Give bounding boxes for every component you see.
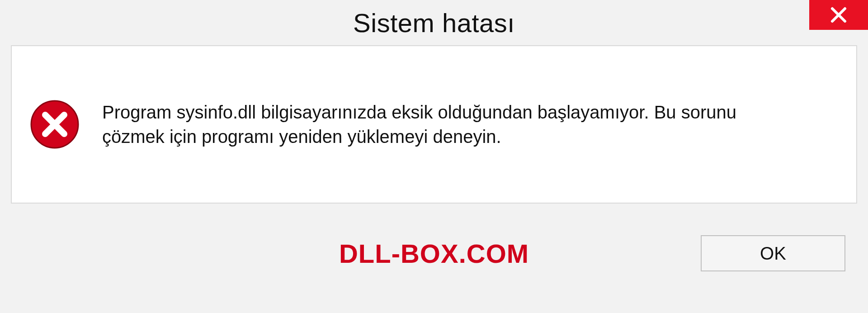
dialog-title: Sistem hatası: [353, 8, 515, 38]
close-button[interactable]: [809, 0, 868, 30]
error-dialog: Sistem hatası Program sysinfo.dll bilgis…: [0, 0, 868, 313]
title-bar: Sistem hatası: [0, 0, 868, 45]
brand-watermark: DLL-BOX.COM: [339, 238, 529, 269]
error-message: Program sysinfo.dll bilgisayarınızda eks…: [102, 100, 789, 149]
close-icon: [830, 6, 848, 24]
ok-button[interactable]: OK: [701, 235, 845, 271]
dialog-footer: DLL-BOX.COM OK: [0, 204, 868, 303]
error-icon: [30, 100, 80, 149]
content-panel: Program sysinfo.dll bilgisayarınızda eks…: [11, 45, 857, 204]
